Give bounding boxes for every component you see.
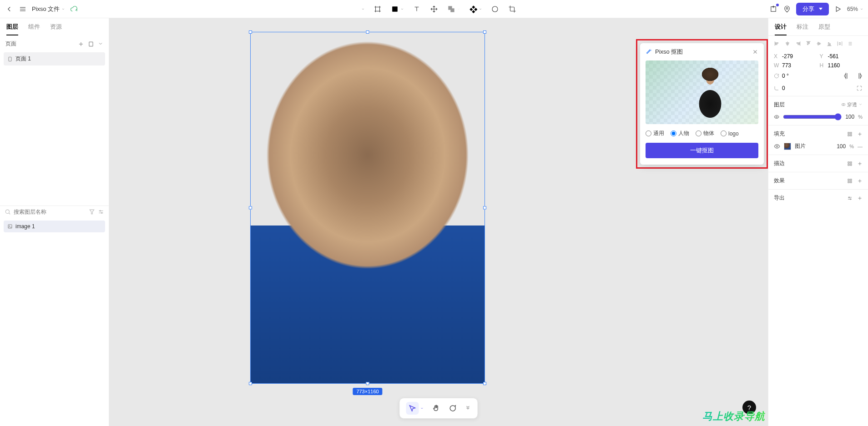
svg-rect-13: [450, 8, 454, 12]
cursor-tool[interactable]: [406, 402, 424, 415]
resize-handle-tr[interactable]: [483, 30, 486, 34]
menu-icon[interactable]: [18, 5, 27, 14]
align-hcenter-icon[interactable]: [784, 40, 791, 47]
tab-components[interactable]: 组件: [28, 23, 40, 35]
visibility-icon[interactable]: [774, 114, 779, 120]
fill-style-icon[interactable]: [847, 131, 853, 137]
flip-h-icon[interactable]: [843, 72, 851, 80]
svg-rect-14: [472, 5, 475, 9]
tab-design[interactable]: 设计: [775, 23, 787, 35]
opacity-slider[interactable]: [783, 113, 842, 120]
more-tools[interactable]: [465, 405, 471, 411]
resize-handle-b[interactable]: [366, 382, 369, 385]
corner-input[interactable]: [774, 85, 853, 91]
fill-visibility-icon[interactable]: [774, 143, 780, 150]
shape-tool[interactable]: [390, 5, 404, 14]
page-list-icon[interactable]: [88, 41, 94, 47]
filter-icon[interactable]: [89, 209, 95, 215]
tab-layers[interactable]: 图层: [6, 23, 18, 35]
y-input[interactable]: Y: [820, 53, 863, 60]
location-icon[interactable]: [782, 5, 792, 14]
cutout-option-person[interactable]: 人物: [671, 130, 689, 137]
x-input[interactable]: X: [774, 53, 817, 60]
cloud-sync-icon[interactable]: [70, 5, 79, 14]
add-fill-icon[interactable]: [857, 131, 863, 137]
file-title-text: Pixso 文件: [32, 5, 60, 13]
present-icon[interactable]: [833, 5, 843, 14]
svg-rect-57: [839, 43, 840, 45]
svg-rect-75: [848, 164, 849, 165]
image-layer-icon: [7, 224, 13, 229]
rotation-input[interactable]: [774, 73, 839, 79]
canvas[interactable]: 773×1160 Pixso 抠图 通用: [109, 18, 768, 426]
resize-handle-tl[interactable]: [249, 30, 252, 34]
remove-fill-icon[interactable]: —: [858, 144, 863, 149]
comment-tool[interactable]: [449, 404, 457, 412]
resize-handle-l[interactable]: [249, 206, 252, 210]
align-vcenter-icon[interactable]: [816, 40, 822, 47]
resize-handle-r[interactable]: [483, 206, 486, 210]
distribute-h-icon[interactable]: [837, 40, 843, 47]
component-tool[interactable]: [469, 5, 482, 14]
resize-handle-t[interactable]: [366, 30, 369, 34]
selection-size-badge: 773×1160: [353, 388, 382, 395]
fill-swatch[interactable]: [784, 143, 791, 150]
resize-handle-br[interactable]: [483, 382, 486, 385]
svg-marker-28: [90, 210, 94, 214]
align-right-icon[interactable]: [795, 40, 801, 47]
ellipse-tool-icon[interactable]: [490, 5, 500, 14]
stroke-style-icon[interactable]: [847, 161, 853, 166]
add-page-icon[interactable]: [78, 41, 84, 47]
tab-inspect[interactable]: 标注: [797, 23, 808, 35]
flip-v-icon[interactable]: [855, 72, 863, 80]
cutout-action-button[interactable]: 一键抠图: [646, 143, 758, 158]
back-icon[interactable]: [5, 5, 14, 14]
zoom-dropdown[interactable]: 65%: [847, 6, 863, 12]
cutout-option-general[interactable]: 通用: [646, 130, 664, 137]
resize-handle-bl[interactable]: [249, 382, 252, 385]
cutout-option-object[interactable]: 物体: [696, 130, 714, 137]
hand-tool[interactable]: [432, 404, 440, 412]
share-button[interactable]: 分享: [796, 3, 829, 15]
cutout-option-logo[interactable]: logo: [721, 130, 739, 137]
tab-assets[interactable]: 资源: [50, 23, 62, 35]
add-effect-icon[interactable]: [857, 178, 863, 184]
cutout-mode-options: 通用 人物 物体 logo: [646, 130, 758, 137]
independent-corners-icon[interactable]: [856, 85, 863, 91]
collapse-pages-icon[interactable]: [98, 41, 103, 46]
tab-prototype[interactable]: 原型: [818, 23, 830, 35]
layer-search-input[interactable]: [14, 209, 86, 215]
svg-rect-81: [848, 181, 849, 183]
align-left-icon[interactable]: [774, 40, 780, 47]
opacity-value: 100: [845, 114, 854, 120]
blend-mode[interactable]: 穿透: [841, 101, 863, 108]
svg-rect-80: [850, 179, 852, 180]
file-title[interactable]: Pixso 文件: [32, 5, 65, 13]
export-icon[interactable]: [769, 5, 778, 14]
move-tool-icon[interactable]: [429, 5, 439, 14]
close-icon[interactable]: [752, 49, 758, 55]
export-settings-icon[interactable]: [847, 195, 853, 201]
layer-search[interactable]: [0, 205, 109, 218]
crop-tool-icon[interactable]: [508, 5, 517, 14]
w-input[interactable]: W: [774, 62, 817, 69]
share-label: 分享: [802, 5, 814, 13]
h-input[interactable]: H: [820, 62, 863, 69]
align-top-icon[interactable]: [805, 40, 812, 47]
text-tool-icon[interactable]: [412, 5, 421, 14]
boolean-tool[interactable]: [447, 5, 460, 14]
wand-icon: [646, 49, 652, 55]
add-tool[interactable]: [351, 5, 365, 14]
effect-style-icon[interactable]: [847, 178, 853, 184]
distribute-more-icon[interactable]: [847, 40, 853, 47]
page-item[interactable]: 页面 1: [4, 52, 105, 65]
svg-rect-74: [850, 162, 852, 163]
add-stroke-icon[interactable]: [857, 161, 863, 166]
add-export-icon[interactable]: [857, 195, 863, 201]
settings-icon[interactable]: [98, 209, 104, 215]
svg-rect-82: [850, 181, 852, 183]
selection-frame[interactable]: 773×1160: [250, 32, 485, 384]
align-bottom-icon[interactable]: [826, 40, 833, 47]
layer-item[interactable]: image 1: [4, 221, 105, 232]
frame-tool-icon[interactable]: [373, 5, 382, 14]
